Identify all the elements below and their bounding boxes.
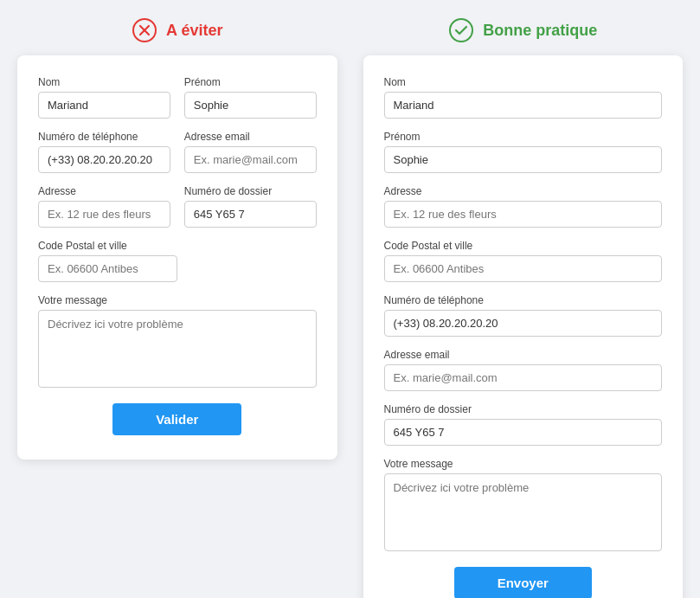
good-input-tel[interactable] [384, 310, 663, 337]
good-label-dossier: Numéro de dossier [384, 403, 663, 415]
bad-panel-title: A éviter [166, 22, 222, 40]
bad-field-codepostal: Code Postal et ville [38, 240, 317, 282]
bad-input-nom[interactable] [38, 92, 170, 119]
bad-form-card: Nom Prénom Numéro de téléphone Adresse e… [17, 55, 337, 460]
good-label-nom: Nom [384, 76, 663, 88]
good-row-email: Adresse email [384, 349, 663, 391]
good-row-nom: Nom [384, 76, 663, 119]
bad-label-adresse: Adresse [38, 185, 170, 197]
svg-point-3 [450, 19, 472, 42]
bad-input-tel[interactable] [38, 146, 170, 173]
bad-label-tel: Numéro de téléphone [38, 131, 170, 143]
bad-submit-button[interactable]: Valider [112, 403, 241, 435]
good-input-prenom[interactable] [384, 146, 663, 173]
bad-label-email: Adresse email [184, 131, 317, 143]
good-field-prenom: Prénom [384, 131, 663, 173]
bad-field-tel: Numéro de téléphone [38, 131, 170, 173]
good-input-message[interactable] [384, 473, 663, 551]
good-panel-title: Bonne pratique [483, 22, 597, 40]
good-input-dossier[interactable] [384, 419, 663, 446]
good-field-adresse: Adresse [384, 185, 663, 228]
bad-field-email: Adresse email [184, 131, 317, 173]
bad-row-5: Votre message [38, 294, 317, 388]
circle-x-icon [132, 17, 157, 43]
good-field-email: Adresse email [384, 349, 663, 391]
bad-row-3: Adresse Numéro de dossier [38, 185, 317, 228]
good-field-message: Votre message [384, 458, 663, 551]
good-field-dossier: Numéro de dossier [384, 403, 663, 446]
good-panel-header: Bonne pratique [448, 17, 597, 43]
good-field-codepostal: Code Postal et ville [384, 240, 663, 282]
bad-field-prenom: Prénom [184, 76, 317, 119]
good-submit-button[interactable]: Envoyer [454, 567, 592, 598]
bad-field-message: Votre message [38, 294, 317, 388]
bad-input-message[interactable] [38, 310, 317, 388]
bad-field-dossier: Numéro de dossier [184, 185, 317, 228]
good-field-tel: Numéro de téléphone [384, 294, 663, 337]
good-label-codepostal: Code Postal et ville [384, 240, 663, 252]
bad-panel-header: A éviter [132, 17, 222, 43]
good-row-message: Votre message [384, 458, 663, 551]
circle-check-icon [448, 17, 474, 43]
bad-row-2: Numéro de téléphone Adresse email [38, 131, 317, 173]
bad-row-1: Nom Prénom [38, 76, 317, 119]
good-form-card: Nom Prénom Adresse [363, 55, 684, 598]
bad-input-dossier[interactable] [184, 201, 317, 228]
bad-label-codepostal: Code Postal et ville [38, 240, 317, 252]
bad-label-dossier: Numéro de dossier [184, 185, 317, 197]
good-row-dossier: Numéro de dossier [384, 403, 663, 446]
bad-row-4: Code Postal et ville [38, 240, 317, 282]
good-input-adresse[interactable] [384, 201, 663, 228]
bad-label-message: Votre message [38, 294, 317, 306]
good-row-codepostal: Code Postal et ville [384, 240, 663, 282]
good-field-nom: Nom [384, 76, 663, 119]
good-row-tel: Numéro de téléphone [384, 294, 663, 337]
page-wrapper: A éviter Nom Prénom Numéro de téléphone [17, 17, 683, 598]
bad-input-prenom[interactable] [184, 92, 317, 119]
good-row-prenom: Prénom [384, 131, 663, 173]
good-label-message: Votre message [384, 458, 663, 470]
bad-input-adresse[interactable] [38, 201, 170, 228]
good-label-prenom: Prénom [384, 131, 663, 143]
bad-input-codepostal[interactable] [38, 255, 177, 282]
good-label-adresse: Adresse [384, 185, 663, 197]
bad-label-nom: Nom [38, 76, 170, 88]
bad-panel: A éviter Nom Prénom Numéro de téléphone [17, 17, 337, 460]
good-input-codepostal[interactable] [384, 255, 663, 282]
bad-input-email[interactable] [184, 146, 317, 173]
good-input-nom[interactable] [384, 92, 663, 119]
bad-field-nom: Nom [38, 76, 170, 119]
bad-label-prenom: Prénom [184, 76, 317, 88]
good-row-adresse: Adresse [384, 185, 663, 228]
good-label-email: Adresse email [384, 349, 663, 361]
good-label-tel: Numéro de téléphone [384, 294, 663, 306]
bad-field-adresse: Adresse [38, 185, 170, 228]
good-input-email[interactable] [384, 364, 663, 391]
good-panel: Bonne pratique Nom Prénom Adresse [363, 17, 684, 598]
